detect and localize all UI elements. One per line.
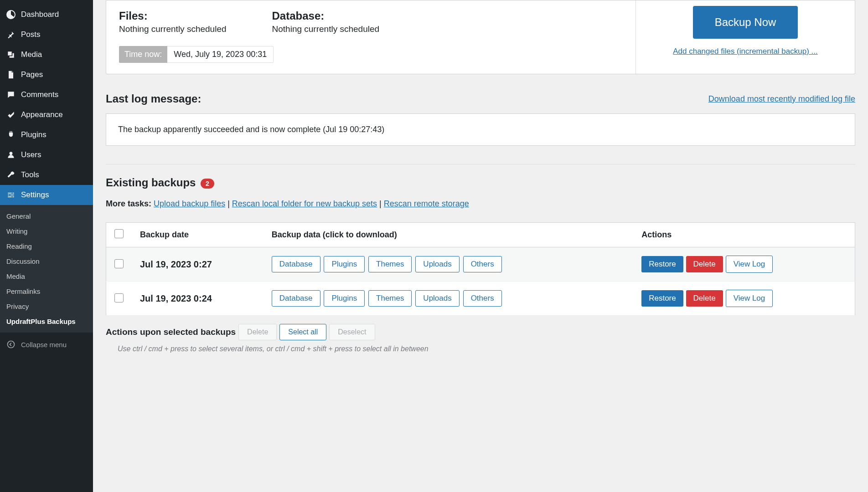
delete-button[interactable]: Delete <box>686 256 723 272</box>
submenu-updraftplus[interactable]: UpdraftPlus Backups <box>0 314 93 329</box>
download-plugins-button[interactable]: Plugins <box>324 290 365 307</box>
backup-now-button[interactable]: Backup Now <box>693 6 798 39</box>
more-tasks-line: More tasks: Upload backup files | Rescan… <box>106 199 855 209</box>
svg-point-0 <box>8 341 15 348</box>
sidebar-item-appearance[interactable]: Appearance <box>0 105 93 125</box>
collapse-menu-button[interactable]: Collapse menu <box>0 334 93 354</box>
sidebar-item-label: Appearance <box>21 110 63 119</box>
backup-date: Jul 19, 2023 0:27 <box>132 247 264 282</box>
download-database-button[interactable]: Database <box>272 290 320 307</box>
sidebar-item-label: Media <box>21 50 42 59</box>
select-all-checkbox[interactable] <box>114 229 124 238</box>
last-log-message: The backup apparently succeeded and is n… <box>106 113 855 146</box>
existing-backups-section: Existing backups 2 More tasks: Upload ba… <box>106 176 855 353</box>
table-row: Jul 19, 2023 0:24 Database Plugins Theme… <box>106 282 855 316</box>
submenu-discussion[interactable]: Discussion <box>0 254 93 269</box>
sidebar-item-tools[interactable]: Tools <box>0 165 93 185</box>
backups-table: Backup date Backup data (click to downlo… <box>106 222 855 316</box>
plug-icon <box>5 129 16 140</box>
bulk-actions-bar: Actions upon selected backups Delete Sel… <box>106 324 855 353</box>
backup-status-panel: Files: Nothing currently scheduled Datab… <box>106 0 855 74</box>
files-status: Nothing currently scheduled <box>119 24 227 34</box>
collapse-icon <box>5 339 16 350</box>
row-checkbox[interactable] <box>114 293 124 302</box>
submenu-privacy[interactable]: Privacy <box>0 299 93 314</box>
backup-count-badge: 2 <box>201 179 214 189</box>
upload-backup-link[interactable]: Upload backup files <box>154 199 225 208</box>
delete-button[interactable]: Delete <box>686 290 723 307</box>
database-heading: Database: <box>272 10 380 22</box>
submenu-reading[interactable]: Reading <box>0 239 93 254</box>
table-row: Jul 19, 2023 0:27 Database Plugins Theme… <box>106 247 855 282</box>
sidebar-item-label: Comments <box>21 90 58 99</box>
sidebar-item-label: Plugins <box>21 130 46 139</box>
wrench-icon <box>5 169 16 180</box>
bulk-delete-button[interactable]: Delete <box>238 324 277 340</box>
sidebar-item-label: Settings <box>21 190 49 200</box>
incremental-backup-link[interactable]: Add changed files (incremental backup) .… <box>673 47 818 56</box>
existing-backups-heading: Existing backups 2 <box>106 176 855 189</box>
sidebar-item-pages[interactable]: Pages <box>0 65 93 85</box>
sidebar-item-comments[interactable]: Comments <box>0 85 93 105</box>
page-icon <box>5 69 16 80</box>
restore-button[interactable]: Restore <box>641 290 683 307</box>
database-status: Nothing currently scheduled <box>272 24 380 34</box>
sidebar-item-settings[interactable]: Settings <box>0 185 93 205</box>
rescan-local-link[interactable]: Rescan local folder for new backup sets <box>232 199 377 208</box>
time-now-value: Wed, July 19, 2023 00:31 <box>167 46 274 63</box>
download-uploads-button[interactable]: Uploads <box>415 290 459 307</box>
sidebar-item-dashboard[interactable]: Dashboard <box>0 5 93 25</box>
sidebar-item-label: Users <box>21 150 41 159</box>
collapse-label: Collapse menu <box>21 341 67 348</box>
sidebar-item-label: Pages <box>21 70 43 79</box>
admin-sidebar: Dashboard Posts Media Pages Comments App… <box>0 0 93 492</box>
main-content: Files: Nothing currently scheduled Datab… <box>93 0 868 492</box>
row-checkbox[interactable] <box>114 259 124 268</box>
col-data-header: Backup data (click to download) <box>264 223 633 247</box>
sliders-icon <box>5 190 16 200</box>
submenu-general[interactable]: General <box>0 209 93 224</box>
brush-icon <box>5 109 16 120</box>
col-actions-header: Actions <box>633 223 855 247</box>
media-icon <box>5 49 16 60</box>
sidebar-item-posts[interactable]: Posts <box>0 25 93 45</box>
submenu-writing[interactable]: Writing <box>0 224 93 239</box>
sidebar-item-users[interactable]: Users <box>0 145 93 165</box>
files-heading: Files: <box>119 10 227 22</box>
settings-submenu: General Writing Reading Discussion Media… <box>0 205 93 333</box>
download-database-button[interactable]: Database <box>272 256 320 272</box>
dashboard-icon <box>5 9 16 20</box>
download-others-button[interactable]: Others <box>463 256 502 272</box>
last-log-section: Last log message: Download most recently… <box>106 92 855 146</box>
download-log-link[interactable]: Download most recently modified log file <box>708 94 855 104</box>
sidebar-item-label: Tools <box>21 170 39 179</box>
last-log-heading: Last log message: <box>106 92 201 105</box>
view-log-button[interactable]: View Log <box>726 256 773 273</box>
sidebar-item-media[interactable]: Media <box>0 45 93 65</box>
comment-icon <box>5 89 16 100</box>
bulk-note: Use ctrl / cmd + press to select several… <box>118 345 855 353</box>
submenu-media[interactable]: Media <box>0 269 93 284</box>
bulk-actions-label: Actions upon selected backups <box>106 327 236 337</box>
sidebar-item-label: Dashboard <box>21 10 59 19</box>
download-others-button[interactable]: Others <box>463 290 502 307</box>
sidebar-item-label: Posts <box>21 30 41 39</box>
rescan-remote-link[interactable]: Rescan remote storage <box>384 199 469 208</box>
submenu-permalinks[interactable]: Permalinks <box>0 284 93 299</box>
bulk-deselect-button[interactable]: Deselect <box>329 324 375 340</box>
sidebar-item-plugins[interactable]: Plugins <box>0 125 93 145</box>
download-uploads-button[interactable]: Uploads <box>415 256 459 272</box>
pin-icon <box>5 29 16 40</box>
backup-date: Jul 19, 2023 0:24 <box>132 282 264 316</box>
view-log-button[interactable]: View Log <box>726 290 773 307</box>
download-themes-button[interactable]: Themes <box>368 256 412 272</box>
col-date-header: Backup date <box>132 223 264 247</box>
user-icon <box>5 149 16 160</box>
time-now-label: Time now: <box>119 46 167 63</box>
restore-button[interactable]: Restore <box>641 256 683 272</box>
download-plugins-button[interactable]: Plugins <box>324 256 365 272</box>
section-divider <box>106 164 855 164</box>
download-themes-button[interactable]: Themes <box>368 290 412 307</box>
bulk-select-all-button[interactable]: Select all <box>279 324 326 340</box>
